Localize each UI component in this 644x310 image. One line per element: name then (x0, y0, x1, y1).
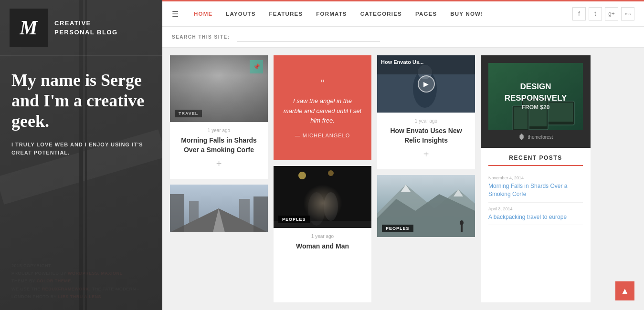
post2-title[interactable]: A backpacking travel to europe (488, 213, 583, 221)
recent-posts-section: RECENT POSTS November 4, 2014 Morning Fa… (481, 148, 591, 302)
svg-rect-5 (189, 201, 199, 232)
search-label: SEARCH THIS SITE: (172, 34, 230, 40)
logo-box[interactable]: M (10, 9, 48, 47)
search-input[interactable] (237, 32, 380, 41)
nav-buy[interactable]: BUY NOW! (443, 11, 490, 17)
card-peoples-title[interactable]: Woman and Man (279, 242, 366, 251)
hamburger-icon[interactable]: ☰ (172, 10, 179, 19)
rss-btn[interactable]: rss (621, 7, 634, 21)
ad-image[interactable]: DESIGN RESPONSIVELY FROM $20 (488, 63, 583, 130)
card-peoples: PEOPLES 1 year ago Woman and Man (274, 166, 371, 302)
svg-point-8 (298, 172, 306, 179)
peoples-image: PEOPLES (274, 166, 371, 228)
card-travel-image: 📌 TRAVEL (170, 55, 268, 122)
card3-date: 1 year ago (383, 118, 469, 124)
right-sidebar: DESIGN RESPONSIVELY FROM $20 themeforest… (481, 55, 591, 302)
card1-date: 1 year ago (176, 128, 262, 133)
nav-layouts[interactable]: LAYOUTS (219, 11, 262, 17)
svg-rect-6 (239, 199, 250, 232)
quote-text: I saw the angel in the marble and carved… (283, 96, 362, 126)
svg-point-11 (324, 192, 338, 221)
ad-title: DESIGN RESPONSIVELY (493, 81, 578, 104)
pin-badge: 📌 (250, 60, 263, 73)
card3-add[interactable]: + (383, 145, 469, 164)
scroll-top-button[interactable]: ▲ (615, 281, 634, 300)
peoples-badge: PEOPLES (278, 216, 310, 223)
nav-categories[interactable]: CATEGORIES (354, 11, 409, 17)
mountain-image: PEOPLES (377, 175, 475, 237)
quote-card: " I saw the angel in the marble and carv… (274, 55, 371, 160)
hero-subtext: I TRULY LOVE WEB AND I ENJOY USING IT'S … (11, 141, 151, 157)
svg-rect-4 (253, 196, 268, 232)
card-peoples-date: 1 year ago (279, 234, 366, 239)
logo-area: M CREATIVE PERSONAL BLOG (0, 0, 162, 55)
sidebar: M CREATIVE PERSONAL BLOG My name is Serg… (0, 0, 162, 310)
play-button[interactable]: ▶ (418, 75, 435, 93)
card3-title[interactable]: How Envato Uses New Relic Insights (383, 126, 469, 145)
recent-post-2: April 3, 2014 A backpacking travel to eu… (488, 203, 583, 226)
travel-badge: TRAVEL (175, 110, 202, 117)
logo-text: CREATIVE PERSONAL BLOG (54, 19, 118, 37)
ad-brand: themeforest (488, 134, 583, 140)
ad-block: DESIGN RESPONSIVELY FROM $20 themeforest (481, 55, 591, 148)
post1-date: November 4, 2014 (488, 176, 583, 180)
svg-rect-16 (377, 55, 475, 74)
nav-home[interactable]: HOME (187, 11, 219, 17)
post1-title[interactable]: Morning Falls in Shards Over a Smoking C… (488, 182, 583, 198)
svg-point-23 (460, 220, 464, 225)
recent-post-1: November 4, 2014 Morning Falls in Shards… (488, 172, 583, 203)
facebook-btn[interactable]: f (572, 7, 586, 21)
svg-point-10 (308, 192, 325, 226)
post2-date: April 3, 2014 (488, 207, 583, 211)
nav-social: f t g+ rss (572, 7, 634, 21)
nav-items: HOME LAYOUTS FEATURES FORMATS CATEGORIES… (187, 11, 572, 17)
twitter-btn[interactable]: t (589, 7, 602, 21)
nav-formats[interactable]: FORMATS (309, 11, 353, 17)
city-image (170, 185, 268, 232)
quote-icon: " (320, 77, 325, 91)
top-nav: ☰ HOME LAYOUTS FEATURES FORMATS CATEGORI… (162, 0, 644, 27)
google-btn[interactable]: g+ (605, 7, 618, 21)
hero-text: My name is Serge and I'm a creative geek… (0, 56, 162, 178)
video-title-overlay: How Envato Us... (381, 59, 423, 65)
video-image: How Envato Us... ▶ (377, 55, 475, 113)
card-travel: 📌 TRAVEL 1 year ago Morning Falls in Sha… (170, 55, 268, 179)
card-city (170, 185, 268, 232)
search-bar: SEARCH THIS SITE: (162, 27, 644, 48)
quote-author: — MICHELANGELO (295, 133, 350, 138)
card-video: How Envato Us... ▶ 1 year ago How Envato… (377, 55, 475, 169)
main-content: ☰ HOME LAYOUTS FEATURES FORMATS CATEGORI… (162, 0, 644, 310)
logo-letter: M (20, 16, 37, 39)
hero-title: My name is Serge and I'm a creative geek… (11, 70, 151, 132)
card1-title[interactable]: Morning Falls in Shards Over a Smoking C… (176, 136, 262, 155)
nav-features[interactable]: FEATURES (263, 11, 310, 17)
ad-price: FROM $20 (493, 103, 578, 112)
card-mountain: PEOPLES (377, 175, 475, 237)
card1-add[interactable]: + (176, 155, 262, 173)
mountain-peoples-badge: PEOPLES (382, 225, 413, 232)
recent-posts-title: RECENT POSTS (488, 155, 583, 166)
svg-point-9 (328, 170, 334, 176)
nav-pages[interactable]: PAGES (409, 11, 443, 17)
svg-rect-3 (170, 194, 184, 232)
themeforest-logo (518, 134, 525, 140)
